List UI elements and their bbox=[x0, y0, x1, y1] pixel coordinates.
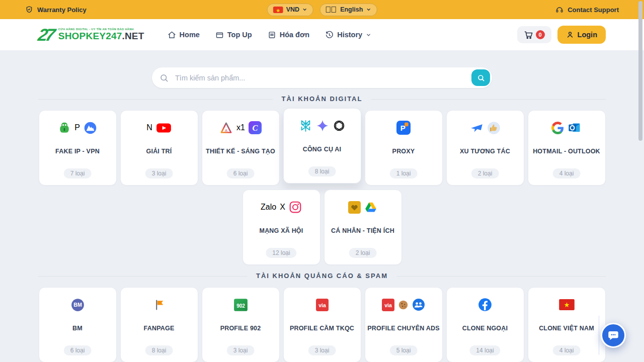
category-card-fake-ip-vpn[interactable]: PFAKE IP - VPN7 loại bbox=[39, 110, 117, 186]
nav-item-hoa-on[interactable]: Hóa đơn bbox=[268, 31, 309, 39]
orange-flag-icon bbox=[153, 299, 166, 311]
login-button[interactable]: Login bbox=[557, 26, 606, 44]
instagram-icon bbox=[289, 201, 302, 214]
chevron-down-icon bbox=[366, 7, 371, 12]
search-submit-button[interactable] bbox=[471, 69, 490, 86]
category-title: THIẾT KẾ - SÁNG TẠO bbox=[202, 148, 279, 155]
nordvpn-icon bbox=[84, 121, 97, 135]
category-title: PROXY bbox=[365, 148, 442, 155]
category-icons: N bbox=[121, 120, 198, 136]
category-title: MẠNG XÃ HỘI bbox=[243, 227, 320, 234]
section-title: TÀI KHOẢN DIGITAL bbox=[282, 95, 363, 103]
wallet-icon bbox=[215, 31, 224, 39]
category-count-badge: 3 loại bbox=[227, 345, 255, 355]
invoice-icon bbox=[268, 31, 276, 39]
history-icon bbox=[325, 31, 334, 39]
category-card-bm[interactable]: BMBM6 loại bbox=[39, 287, 117, 362]
chevron-down-icon bbox=[366, 32, 371, 38]
category-card-fanpage[interactable]: FANPAGE8 loại bbox=[120, 287, 198, 362]
category-card-cong-cu-ai[interactable]: CÔNG CỤ AI8 loại bbox=[283, 108, 361, 184]
autodesk-icon: A bbox=[219, 121, 233, 135]
cart-button[interactable]: 0 bbox=[517, 26, 551, 43]
category-count-badge: 7 loại bbox=[64, 168, 92, 178]
category-title: CLONE NGOẠI bbox=[447, 325, 524, 332]
category-icons: ★ bbox=[528, 297, 605, 313]
google-g-icon bbox=[551, 122, 564, 134]
pia-vpn-icon bbox=[58, 121, 71, 134]
scrollbar-thumb[interactable] bbox=[638, 1, 642, 141]
nav-item-label: History bbox=[337, 31, 362, 39]
nav-menu: HomeTop UpHóa đơnHistory bbox=[168, 31, 372, 39]
nav-item-home[interactable]: Home bbox=[168, 31, 200, 39]
category-card-clone-viet-nam[interactable]: ★CLONE VIỆT NAM4 loại bbox=[528, 287, 606, 362]
category-title: GIẢI TRÍ bbox=[121, 148, 198, 155]
category-title: CÁ NHÂN - TIỆN ÍCH bbox=[325, 227, 401, 234]
via-badge-icon: via bbox=[382, 299, 394, 311]
svg-text:★: ★ bbox=[276, 8, 281, 13]
topbar: Warranty Policy ★ VND English Contact Su… bbox=[0, 0, 644, 19]
category-card-profile-cam-tkqc[interactable]: viaPROFILE CẦM TKQC3 loại bbox=[283, 287, 361, 362]
category-count-badge: 8 loại bbox=[145, 345, 173, 355]
svg-text:★: ★ bbox=[564, 301, 570, 309]
main-content: TÀI KHOẢN DIGITALPFAKE IP - VPN7 loạiNGI… bbox=[0, 51, 644, 362]
category-title: PROFILE 902 bbox=[202, 325, 279, 332]
fb-group-icon bbox=[412, 298, 425, 311]
category-count-badge: 4 loại bbox=[553, 345, 581, 355]
category-card-hotmail-outlook[interactable]: HOTMAIL - OUTLOOK4 loại bbox=[528, 110, 606, 186]
category-card-clone-ngoai[interactable]: CLONE NGOẠI14 loại bbox=[446, 287, 524, 362]
section-header: TÀI KHOẢN QUẢNG CÁO & SPAM bbox=[38, 272, 606, 280]
category-card-xu-tuong-tac[interactable]: XU TƯƠNG TÁC2 loại bbox=[446, 110, 524, 186]
contact-support-link[interactable]: Contact Support bbox=[555, 6, 619, 14]
category-icons: via bbox=[284, 297, 361, 313]
category-count-badge: 6 loại bbox=[227, 168, 255, 178]
search-bar bbox=[152, 67, 492, 88]
category-icons: BM bbox=[39, 297, 116, 313]
bm-circle-icon: BM bbox=[71, 298, 85, 312]
user-icon bbox=[566, 31, 574, 39]
youtube-icon bbox=[156, 122, 172, 134]
home-icon bbox=[168, 31, 176, 39]
badge-902-icon: 902 bbox=[233, 298, 248, 312]
vietnam-flag-icon: ★ bbox=[273, 7, 283, 13]
category-title: CÔNG CỤ AI bbox=[284, 146, 361, 153]
canva-icon: C bbox=[249, 121, 262, 134]
site-logo[interactable]: 27 CỬA HÀNG DIGITAL - UY TÍN AN TOÀN BẢO… bbox=[38, 26, 144, 43]
chevron-down-icon bbox=[302, 7, 307, 12]
chat-bubble-icon bbox=[607, 329, 620, 342]
vietnam-flag-icon: ★ bbox=[559, 299, 575, 310]
category-card-mang-xa-hoi[interactable]: ZaloXMẠNG XÃ HỘI12 loại bbox=[243, 190, 320, 265]
nav-item-top-up[interactable]: Top Up bbox=[215, 31, 252, 39]
login-label: Login bbox=[578, 31, 597, 39]
category-card-ca-nhan-tien-ich[interactable]: CÁ NHÂN - TIỆN ÍCH2 loại bbox=[324, 190, 402, 265]
heart-square-icon bbox=[348, 201, 361, 214]
category-card-giai-tri[interactable]: NGIẢI TRÍ3 loại bbox=[120, 110, 198, 186]
warranty-policy-link[interactable]: Warranty Policy bbox=[25, 6, 87, 14]
category-count-badge: 3 loại bbox=[308, 345, 336, 355]
chat-button[interactable] bbox=[601, 323, 626, 348]
section-header: TÀI KHOẢN DIGITAL bbox=[38, 95, 606, 103]
facebook-icon bbox=[478, 298, 492, 312]
gemini-icon bbox=[316, 119, 329, 132]
category-count-badge: 2 loại bbox=[471, 168, 499, 178]
category-icons: Ax1C bbox=[202, 120, 279, 136]
x1-icon: x1 bbox=[236, 123, 245, 132]
category-card-proxy[interactable]: PPROXY1 loại bbox=[365, 110, 443, 186]
category-card-profile-chuyen-ads[interactable]: viaPROFILE CHUYÊN ADS5 loại bbox=[365, 287, 443, 362]
category-count-badge: 5 loại bbox=[390, 345, 418, 355]
currency-select[interactable]: ★ VND bbox=[267, 4, 313, 16]
category-icons: 902 bbox=[202, 297, 279, 313]
language-select[interactable]: English bbox=[320, 4, 377, 16]
section-title: TÀI KHOẢN QUẢNG CÁO & SPAM bbox=[256, 272, 388, 280]
svg-text:A: A bbox=[225, 128, 227, 133]
category-card-thiet-ke-sang-tao[interactable]: Ax1CTHIẾT KẾ - SÁNG TẠO6 loại bbox=[202, 110, 280, 186]
category-icons bbox=[447, 120, 524, 136]
category-card-profile-902[interactable]: 902PROFILE 9023 loại bbox=[202, 287, 280, 362]
warranty-policy-label: Warranty Policy bbox=[37, 6, 87, 14]
x-social-icon: X bbox=[280, 203, 285, 212]
search-input[interactable] bbox=[152, 67, 492, 88]
nav-item-history[interactable]: History bbox=[325, 31, 371, 39]
divider-line bbox=[38, 99, 273, 100]
contact-support-label: Contact Support bbox=[568, 6, 619, 14]
category-icons: P bbox=[365, 120, 442, 136]
category-count-badge: 4 loại bbox=[553, 168, 581, 178]
